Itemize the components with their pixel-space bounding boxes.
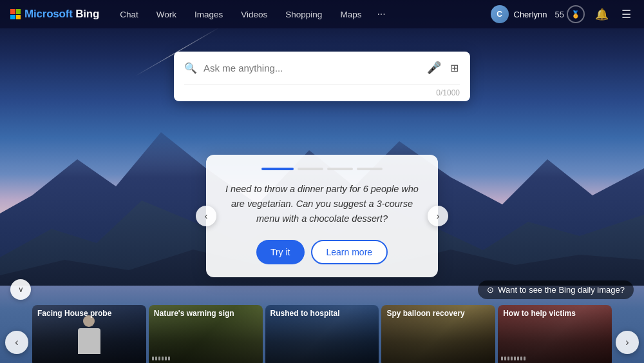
search-counter: 0/1000 [174,84,470,101]
news-next-button[interactable]: › [616,331,639,354]
learn-more-button[interactable]: Learn more [311,240,388,264]
user-profile-button[interactable]: C Cherlynn [491,5,547,23]
nav-link-work[interactable]: Work [149,6,184,23]
nav-link-shopping[interactable]: Shopping [278,6,330,23]
news-prev-button[interactable]: ‹ [5,331,28,354]
news-card-4[interactable]: Spy balloon recovery [381,305,495,363]
search-container: 🔍 🎤 ⊞ 0/1000 [174,52,470,101]
logo[interactable]: Microsoft Bing [10,8,99,21]
points-circle: 🏅 [567,5,585,23]
news-card-title-1: Facing House probe [37,309,141,319]
news-card-1[interactable]: Facing House probe [32,305,146,363]
card-prev-button[interactable]: ‹ [196,206,216,226]
news-card-title-5: How to help victims [503,309,607,319]
nav-links: Chat Work Images Videos Shopping Maps ··… [112,6,490,23]
news-card-title-2: Nature's warning sign [154,309,258,319]
news-card-5[interactable]: How to help victims [498,305,612,363]
nav-link-videos[interactable]: Videos [233,6,275,23]
news-card-2[interactable]: Nature's warning sign [149,305,263,363]
more-options-button[interactable]: ··· [372,6,390,23]
nav-link-images[interactable]: Images [187,6,231,23]
microsoft-logo-icon [10,9,21,19]
news-controls: ∨ ⊙ Want to see the Bing daily image? [0,279,644,305]
search-icon: 🔍 [184,62,197,74]
card-crowd-decoration [498,357,612,360]
news-card-3[interactable]: Rushed to hospital [265,305,379,363]
brand-bing: Bing [75,8,99,20]
search-box: 🔍 🎤 ⊞ 0/1000 [174,52,470,101]
prompt-text: I need to throw a dinner party for 6 peo… [225,182,419,227]
progress-dot-2 [298,168,323,170]
brand-name: Microsoft Bing [24,8,99,21]
menu-icon[interactable]: ☰ [619,5,634,24]
progress-dot-3 [327,168,353,170]
nav-right-section: C Cherlynn 55 🏅 🔔 ☰ [491,5,634,24]
points-display[interactable]: 55 🏅 [555,5,585,23]
username-label: Cherlynn [514,10,547,19]
daily-image-button[interactable]: ⊙ Want to see the Bing daily image? [478,280,634,299]
card-figure [76,315,102,354]
progress-dots [225,168,419,170]
search-input-row: 🔍 🎤 ⊞ [174,52,470,84]
try-it-button[interactable]: Try it [256,240,305,264]
card-next-button[interactable]: › [428,206,448,226]
card-crowd-decoration [149,357,263,360]
location-icon: ⊙ [487,285,494,295]
camera-icon[interactable]: ⊞ [449,61,460,75]
nav-link-maps[interactable]: Maps [332,6,369,23]
news-cards: Facing House probe Nature's warning sign… [0,305,644,363]
brand-microsoft: Microsoft [24,8,75,20]
microphone-icon[interactable]: 🎤 [426,59,442,76]
prompt-card: I need to throw a dinner party for 6 peo… [206,155,438,277]
search-input[interactable] [204,63,419,74]
news-card-title-3: Rushed to hospital [270,309,374,319]
news-section: ∨ ⊙ Want to see the Bing daily image? ‹ … [0,279,644,363]
avatar: C [491,5,509,23]
nav-link-chat[interactable]: Chat [112,6,146,23]
prompt-actions: Try it Learn more [225,240,419,264]
navbar: Microsoft Bing Chat Work Images Videos S… [0,0,644,28]
points-value: 55 [555,10,564,19]
news-card-title-4: Spy balloon recovery [386,309,490,319]
progress-dot-1 [261,168,294,170]
collapse-button[interactable]: ∨ [10,279,31,300]
notifications-icon[interactable]: 🔔 [592,5,611,24]
progress-dot-4 [357,168,383,170]
daily-image-label: Want to see the Bing daily image? [498,285,625,295]
